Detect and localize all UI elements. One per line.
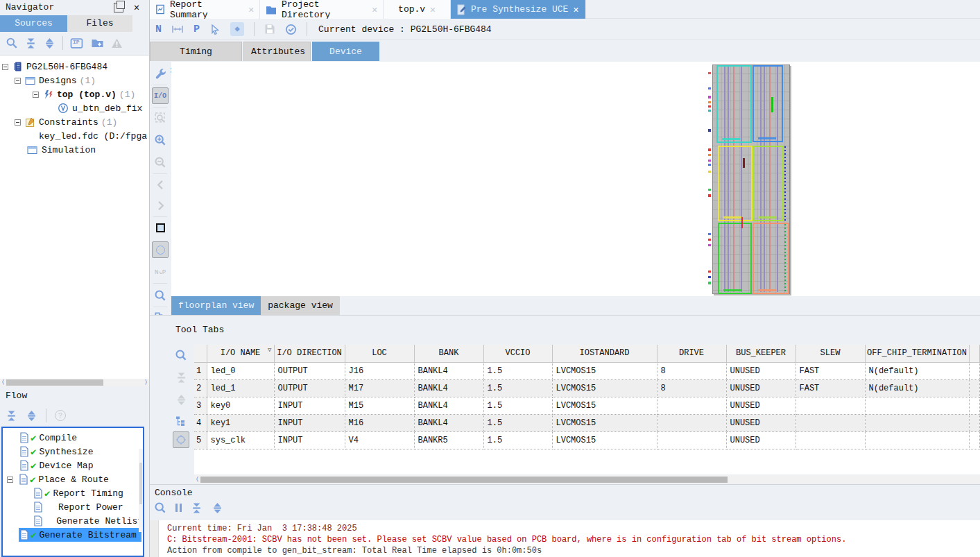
flow-item-generate-bitstream[interactable]: ✔ Generate Bitstream — [3, 528, 143, 542]
collapse-flow-icon[interactable] — [26, 410, 37, 422]
col-drive[interactable]: DRIVE — [657, 345, 726, 362]
circle-select-button[interactable] — [152, 241, 169, 258]
console-output[interactable]: Current time: Fri Jan 3 17:38:48 2025 C:… — [150, 520, 980, 557]
table-row[interactable]: 1 led_0OUTPUT J16BANKL4 1.5LVCMOS15 8UNU… — [194, 362, 980, 379]
pause-output-icon[interactable] — [175, 504, 182, 512]
flow-item-synthesize[interactable]: ✔ Synthesize — [3, 445, 143, 459]
tab-package-view[interactable]: package view — [261, 296, 340, 315]
table-search-icon[interactable] — [173, 347, 189, 363]
zoom-out-icon[interactable] — [152, 154, 169, 171]
expand-all-icon[interactable] — [44, 37, 55, 49]
float-panel-icon[interactable] — [114, 3, 123, 12]
scroll-right-icon[interactable]: ❭ — [143, 379, 149, 386]
col-off-chip-termination[interactable]: OFF_CHIP_TERMINATION — [865, 345, 969, 362]
collapse-box-icon[interactable] — [15, 78, 21, 84]
tab-report-summary[interactable]: Report Summary ✕ — [150, 0, 260, 19]
tab-files[interactable]: Files — [67, 15, 132, 32]
tab-sources[interactable]: Sources — [0, 15, 67, 32]
scroll-left-icon[interactable]: ❬ — [194, 476, 200, 483]
table-row[interactable]: 2 led_1OUTPUT M17BANKL4 1.5LVCMOS15 8UNU… — [194, 379, 980, 397]
navigator-hscrollbar[interactable]: ❬ ❭ — [0, 379, 149, 386]
flow-item-generate-netlist[interactable]: Generate Netlist — [3, 514, 143, 528]
close-tab-icon[interactable]: ✕ — [573, 4, 578, 15]
table-collapse-icon[interactable] — [173, 369, 189, 386]
scroll-left-icon[interactable]: ❬ — [0, 379, 6, 386]
floorplan-region[interactable] — [753, 146, 783, 221]
table-expand-icon[interactable] — [173, 391, 189, 408]
flow-item-report-power[interactable]: Report Power — [3, 500, 143, 514]
rect-select-icon[interactable] — [152, 219, 169, 236]
collapse-box-icon[interactable] — [15, 119, 21, 126]
io-table-hscrollbar[interactable]: ❬ — [194, 475, 980, 483]
check-run-icon[interactable] — [285, 24, 297, 35]
wrench-tool-icon[interactable] — [152, 65, 169, 82]
collapse-all-icon[interactable] — [25, 37, 37, 49]
chip-die[interactable] — [712, 65, 790, 294]
zoom-in-icon[interactable] — [152, 132, 169, 148]
tab-top-v[interactable]: top.v ✕ — [384, 0, 451, 19]
sort-icon[interactable] — [268, 346, 271, 354]
net-path-icon[interactable]: N↘P — [152, 264, 169, 280]
close-tab-icon[interactable]: ✕ — [248, 4, 254, 15]
help-icon[interactable]: ? — [55, 410, 66, 421]
tab-floorplan-view[interactable]: floorplan view — [171, 296, 261, 315]
col-iostandard[interactable]: IOSTANDARD — [552, 345, 657, 362]
flow-item-place-route[interactable]: ✔ Place & Route — [3, 472, 143, 486]
table-row[interactable]: 3 key0INPUT M15BANKL4 1.5LVCMOS15 UNUSED — [194, 397, 980, 414]
zoom-region-icon[interactable] — [152, 110, 169, 126]
col-slew[interactable]: SLEW — [796, 345, 865, 362]
expand-flow-icon[interactable] — [6, 410, 17, 422]
floorplan-view[interactable] — [171, 62, 980, 296]
col-io-name[interactable]: I/O NAME — [207, 345, 274, 362]
warning-icon[interactable] — [111, 37, 123, 49]
save-icon[interactable] — [264, 24, 275, 35]
close-panel-icon[interactable]: ✕ — [132, 3, 141, 12]
floorplan-region[interactable] — [718, 223, 752, 294]
tree-item-designs[interactable]: Designs (1) — [15, 74, 96, 87]
tab-device[interactable]: Device — [312, 42, 379, 61]
table-row[interactable]: 5 sys_clkINPUT V4BANKR5 1.5LVCMOS15 UNUS… — [194, 431, 980, 449]
tree-item-device[interactable]: PG2L50H-6FBG484 — [2, 60, 108, 74]
collapse-box-icon[interactable] — [7, 477, 13, 483]
floorplan-region[interactable] — [718, 146, 753, 221]
flow-item-report-timing[interactable]: ✔ Report Timing — [3, 486, 143, 500]
forward-icon[interactable] — [152, 197, 169, 214]
scrollbar-thumb[interactable] — [200, 477, 728, 483]
tab-pre-synthesize-uce[interactable]: Pre Synthesize UCE ✕ — [451, 0, 586, 19]
col-bus-keeper[interactable]: BUS_KEEPER — [726, 345, 796, 362]
hierarchy-tree-icon[interactable] — [173, 413, 189, 429]
tab-timing-constraints[interactable]: Timing Constraints — [150, 42, 242, 61]
tree-item-simulation[interactable]: Simulation — [27, 143, 96, 157]
collapse-box-icon[interactable] — [2, 64, 8, 70]
cursor-arrow-icon[interactable] — [209, 24, 221, 35]
console-expand-icon[interactable] — [212, 502, 223, 514]
find-icon[interactable] — [152, 287, 169, 304]
table-row[interactable]: 4 key1INPUT M16BANKL4 1.5LVCMOS15 UNUSED — [194, 414, 980, 431]
close-tab-icon[interactable]: ✕ — [430, 4, 436, 15]
add-source-folder-icon[interactable] — [91, 37, 104, 49]
pin-assign-icon[interactable]: P — [194, 24, 200, 35]
corner-header[interactable] — [194, 345, 207, 362]
flow-item-compile[interactable]: ✔ Compile — [3, 431, 143, 445]
console-search-icon[interactable] — [154, 502, 166, 514]
close-tab-icon[interactable]: ✕ — [372, 4, 377, 15]
tab-project-directory[interactable]: Project Directory ✕ — [260, 0, 384, 19]
flow-vscrollbar[interactable] — [139, 449, 143, 532]
col-io-direction[interactable]: I/O DIRECTION — [274, 345, 345, 362]
floorplan-region[interactable] — [753, 65, 783, 142]
highlight-circle-button[interactable] — [173, 431, 189, 448]
scrollbar-thumb[interactable] — [6, 379, 103, 386]
collapse-box-icon[interactable] — [33, 92, 39, 98]
col-loc[interactable]: LOC — [345, 345, 414, 362]
new-constraint-icon[interactable]: N — [155, 24, 162, 35]
col-bank[interactable]: BANK — [414, 345, 483, 362]
search-icon[interactable] — [6, 37, 18, 49]
back-icon[interactable] — [152, 176, 169, 193]
io-view-button[interactable]: I/O — [152, 87, 169, 104]
col-vccio[interactable]: VCCIO — [483, 345, 552, 362]
tab-attributes[interactable]: Attributes — [243, 42, 311, 61]
flow-item-device-map[interactable]: ✔ Device Map — [3, 459, 143, 472]
tree-item-top[interactable]: top (top.v) (1) — [33, 87, 135, 101]
ip-wizard-icon[interactable]: IP — [70, 37, 84, 49]
bus-width-icon[interactable] — [171, 24, 184, 34]
